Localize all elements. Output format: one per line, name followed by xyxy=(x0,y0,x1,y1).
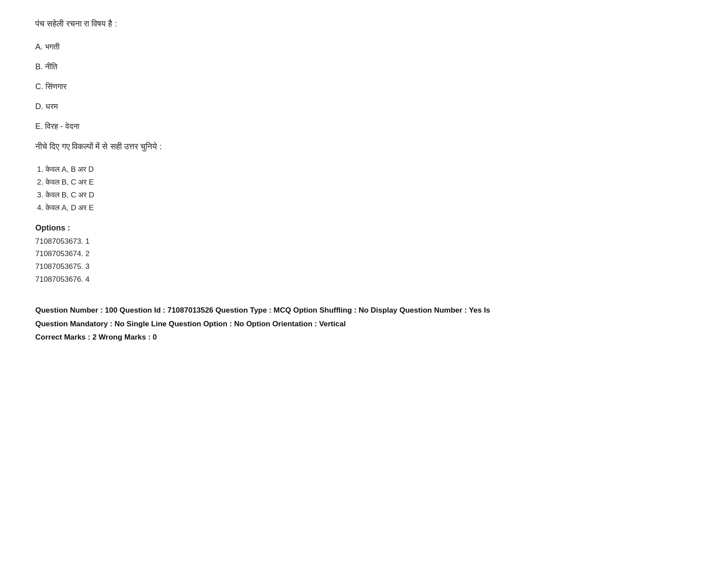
sub-option-2: 2. केवल B, C अर E xyxy=(35,176,693,189)
meta-info-block: Question Number : 100 Question Id : 7108… xyxy=(35,304,693,344)
question-text: पंच सहेली रचना रा विषय है : xyxy=(35,18,693,30)
sub-option-4: 4. केवल A, D अर E xyxy=(35,202,693,215)
option-codes-list: 71087053673. 1 71087053674. 2 7108705367… xyxy=(35,235,693,287)
question-container: पंच सहेली रचना रा विषय है : A. भगती B. न… xyxy=(35,18,693,344)
option-code-3: 71087053675. 3 xyxy=(35,261,693,273)
option-b: B. नीति xyxy=(35,61,693,73)
option-a: A. भगती xyxy=(35,41,693,53)
sub-question-text: नीचे दिए गए विकल्पों में से सही उत्तर चु… xyxy=(35,140,693,153)
sub-option-1: 1. केवल A, B अर D xyxy=(35,163,693,176)
sub-option-3: 3. केवल B, C अर D xyxy=(35,189,693,202)
meta-line-3: Correct Marks : 2 Wrong Marks : 0 xyxy=(35,331,693,344)
meta-line-2: Question Mandatory : No Single Line Ques… xyxy=(35,317,693,331)
options-section-label: Options : xyxy=(35,223,693,233)
options-list: A. भगती B. नीति C. सिंणगार D. धरम E. विर… xyxy=(35,41,693,132)
option-code-1: 71087053673. 1 xyxy=(35,235,693,248)
option-code-4: 71087053676. 4 xyxy=(35,273,693,286)
option-c: C. सिंणगार xyxy=(35,81,693,93)
option-code-2: 71087053674. 2 xyxy=(35,248,693,261)
sub-options-list: 1. केवल A, B अर D 2. केवल B, C अर E 3. क… xyxy=(35,163,693,215)
meta-line-1: Question Number : 100 Question Id : 7108… xyxy=(35,304,693,317)
option-d: D. धरम xyxy=(35,101,693,113)
option-e: E. विरह - वेदना xyxy=(35,121,693,132)
